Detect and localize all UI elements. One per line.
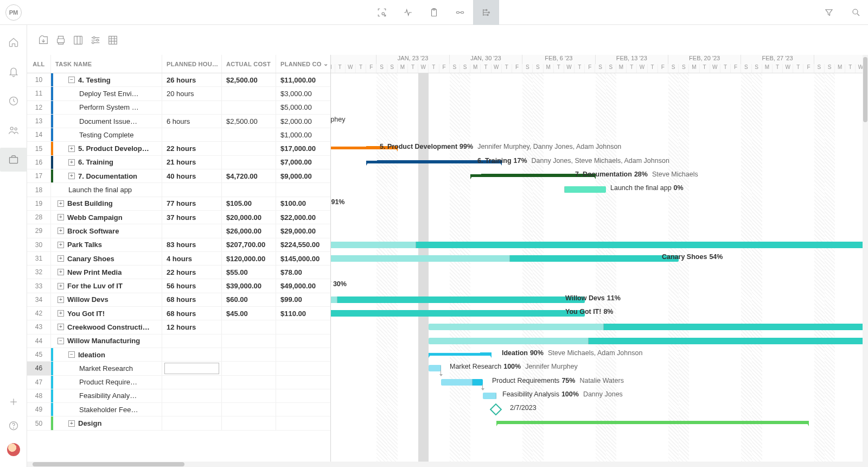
planned-hours-cell[interactable]	[162, 183, 222, 196]
planned-hours-cell[interactable]	[162, 101, 222, 114]
row-number[interactable]: 17	[27, 169, 51, 182]
task-name-cell[interactable]: Market Research	[51, 362, 162, 375]
gantt-body[interactable]: ifer Murphey5. Product Development99%Jen…	[331, 73, 868, 462]
expand-icon[interactable]: +	[58, 269, 64, 275]
actual-cost-cell[interactable]: $120,000.00	[222, 252, 276, 265]
planned-cost-cell[interactable]: $145,000.00	[276, 252, 330, 265]
table-row[interactable]: 19+Best Building77 hours$105.00$100.00	[27, 197, 330, 211]
planned-cost-cell[interactable]: $22,000.00	[276, 211, 330, 224]
actual-cost-cell[interactable]: $60.00	[222, 293, 276, 306]
row-number[interactable]: 42	[27, 307, 51, 320]
row-number[interactable]: 13	[27, 115, 51, 128]
planned-hours-cell[interactable]: 6 hours	[162, 115, 222, 128]
task-name-cell[interactable]: +You Got IT!	[51, 307, 162, 320]
task-name-cell[interactable]: +Brock Software	[51, 224, 162, 237]
planned-cost-cell[interactable]	[276, 376, 330, 389]
planned-cost-cell[interactable]: $100.00	[276, 197, 330, 210]
actual-cost-cell[interactable]: $105.00	[222, 197, 276, 210]
planned-hours-input[interactable]	[164, 363, 219, 374]
table-row[interactable]: 33+For the Luv of IT56 hours$39,000.00$4…	[27, 279, 330, 293]
planned-hours-cell[interactable]: 21 hours	[162, 156, 222, 169]
task-name-cell[interactable]: −4. Testing	[51, 73, 162, 86]
planned-hours-cell[interactable]: 37 hours	[162, 211, 222, 224]
expand-icon[interactable]: +	[58, 200, 64, 207]
expand-icon[interactable]: +	[58, 324, 64, 330]
nav-projects-icon[interactable]	[7, 153, 20, 166]
planned-cost-cell[interactable]: $3,000.00	[276, 87, 330, 100]
planned-hours-cell[interactable]: 68 hours	[162, 293, 222, 306]
task-name-cell[interactable]: Product Require…	[51, 376, 162, 389]
row-number[interactable]: 33	[27, 279, 51, 292]
planned-hours-cell[interactable]	[162, 403, 222, 416]
view-activity-icon[interactable]	[395, 0, 421, 25]
expand-icon[interactable]: +	[68, 173, 75, 179]
search-icon[interactable]	[851, 7, 861, 18]
task-name-cell[interactable]: +7. Documentation	[51, 169, 162, 182]
task-name-cell[interactable]: Feasibility Analy…	[51, 389, 162, 402]
table-row[interactable]: 29+Brock Software$26,000.00$29,000.00	[27, 224, 330, 238]
table-row[interactable]: 31+Canary Shoes4 hours$120,000.00$145,00…	[27, 252, 330, 266]
row-number[interactable]: 28	[27, 211, 51, 224]
actual-cost-cell[interactable]: $26,000.00	[222, 224, 276, 237]
horizontal-scrollbar[interactable]	[27, 462, 868, 467]
planned-cost-cell[interactable]	[276, 348, 330, 361]
planned-hours-cell[interactable]: 83 hours	[162, 238, 222, 251]
row-number[interactable]: 44	[27, 335, 51, 348]
task-name-cell[interactable]: +Best Building	[51, 197, 162, 210]
column-task-name[interactable]: TASK NAME	[51, 55, 162, 73]
row-number[interactable]: 15	[27, 142, 51, 155]
task-name-cell[interactable]: Testing Complete	[51, 128, 162, 141]
gantt-bar[interactable]	[331, 310, 585, 317]
expand-icon[interactable]: +	[58, 310, 64, 317]
planned-hours-cell[interactable]: 4 hours	[162, 252, 222, 265]
row-number[interactable]: 45	[27, 348, 51, 361]
nav-notifications-icon[interactable]	[7, 65, 20, 78]
row-number[interactable]: 14	[27, 128, 51, 141]
expand-icon[interactable]: +	[58, 242, 64, 248]
planned-cost-cell[interactable]: $5,000.00	[276, 101, 330, 114]
nav-home-icon[interactable]	[7, 36, 20, 49]
planned-cost-cell[interactable]: $29,000.00	[276, 224, 330, 237]
gantt-bar[interactable]	[331, 296, 585, 303]
planned-hours-cell[interactable]: 26 hours	[162, 73, 222, 86]
row-number[interactable]: 11	[27, 87, 51, 100]
expand-icon[interactable]: +	[68, 159, 75, 166]
row-number[interactable]: 31	[27, 252, 51, 265]
planned-hours-cell[interactable]	[162, 335, 222, 348]
table-row[interactable]: 47Product Require…	[27, 376, 330, 389]
gantt-bar[interactable]	[331, 242, 868, 248]
gantt-summary-bar[interactable]	[496, 421, 809, 424]
task-name-cell[interactable]: +Park Talks	[51, 238, 162, 251]
task-name-cell[interactable]: Deploy Test Envi…	[51, 87, 162, 100]
planned-cost-cell[interactable]: $2,000.00	[276, 115, 330, 128]
actual-cost-cell[interactable]	[222, 376, 276, 389]
planned-hours-cell[interactable]	[162, 224, 222, 237]
expand-icon[interactable]: +	[58, 283, 64, 289]
task-name-cell[interactable]: Perform System …	[51, 101, 162, 114]
collapse-icon[interactable]: −	[68, 351, 75, 358]
gantt-bar[interactable]	[564, 186, 606, 193]
actual-cost-cell[interactable]	[222, 416, 276, 430]
expand-icon[interactable]: +	[58, 214, 64, 220]
table-row[interactable]: 17+7. Documentation40 hours$4,720.00$9,0…	[27, 169, 330, 183]
task-name-cell[interactable]: +New Print Media	[51, 266, 162, 279]
task-name-cell[interactable]: +Design	[51, 416, 162, 430]
planned-hours-cell[interactable]	[162, 348, 222, 361]
table-row[interactable]: 16+6. Training21 hours$7,000.00	[27, 156, 330, 169]
scroll-thumb[interactable]	[863, 57, 867, 122]
planned-cost-cell[interactable]	[276, 389, 330, 402]
table-row[interactable]: 28+Webb Campaign37 hours$20,000.00$22,00…	[27, 211, 330, 224]
actual-cost-cell[interactable]	[222, 348, 276, 361]
planned-cost-cell[interactable]: $224,550.00	[276, 238, 330, 251]
table-row[interactable]: 42+You Got IT!68 hours$45.00$110.00	[27, 307, 330, 320]
view-clipboard-icon[interactable]	[421, 0, 447, 25]
task-name-cell[interactable]: Launch the final app	[51, 183, 162, 196]
planned-hours-cell[interactable]	[162, 416, 222, 430]
gantt-bar[interactable]	[429, 338, 868, 344]
table-icon[interactable]	[106, 34, 119, 47]
actual-cost-cell[interactable]	[222, 142, 276, 155]
row-number[interactable]: 10	[27, 73, 51, 86]
planned-hours-cell[interactable]: 12 hours	[162, 320, 222, 333]
row-number[interactable]: 29	[27, 224, 51, 237]
actual-cost-cell[interactable]: $2,500.00	[222, 115, 276, 128]
